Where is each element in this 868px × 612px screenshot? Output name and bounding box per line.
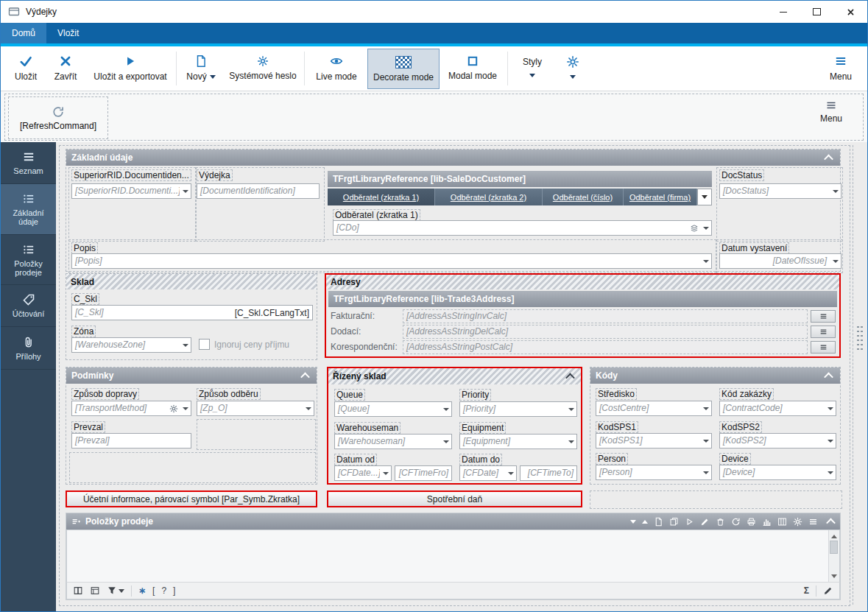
tabs-dropdown-button[interactable]	[697, 189, 712, 205]
chevron-down-icon[interactable]	[303, 401, 314, 415]
collapse-button[interactable]	[298, 369, 311, 382]
sidebar-item-polozky-prodeje[interactable]: Položky prodeje	[1, 235, 56, 285]
refresh-icon[interactable]	[731, 517, 741, 527]
sum-icon[interactable]: Σ	[804, 585, 809, 596]
form-menu-button[interactable]: Menu	[820, 99, 842, 124]
panel-icon[interactable]	[90, 585, 100, 596]
sidebar-item-zakladni-udaje[interactable]: Základní údaje	[1, 184, 56, 235]
invoice-address-menu-button[interactable]	[811, 310, 836, 323]
date-issue-combo[interactable]: [DateOfIssue]	[719, 253, 841, 269]
print-icon[interactable]	[747, 517, 756, 527]
time-to-input[interactable]: [CFTimeTo]	[520, 465, 577, 481]
ribbon-menu-button[interactable]: Menu	[820, 49, 861, 88]
date-to-combo[interactable]: [CFDate]	[459, 465, 517, 481]
stredisko-combo[interactable]: [CostCentre]	[596, 401, 712, 416]
book-columns-icon[interactable]	[73, 585, 83, 596]
styles-button[interactable]: Styly	[513, 49, 551, 88]
chevron-down-icon[interactable]	[180, 401, 191, 415]
save-button[interactable]: Uložit	[7, 49, 45, 88]
chevron-down-icon[interactable]	[180, 338, 191, 352]
chevron-down-icon[interactable]	[830, 184, 841, 198]
kodsps1-combo[interactable]: [KodSPS1]	[596, 433, 712, 449]
zakazka-combo[interactable]: [ContractCode]	[719, 401, 836, 416]
chevron-down-icon[interactable]	[505, 466, 516, 480]
vydejka-input[interactable]: [DocumentIdentification]	[197, 183, 320, 199]
tab-domu[interactable]: Domů	[1, 23, 46, 43]
superior-combo[interactable]: [SuperiorRID.Documenti...]	[71, 183, 191, 199]
edit-icon[interactable]	[700, 517, 710, 527]
modal-mode-button[interactable]: Modal mode	[442, 49, 503, 88]
zona-combo[interactable]: [WarehouseZone]	[71, 337, 191, 353]
chevron-down-icon[interactable]	[380, 466, 391, 480]
sidebar-item-seznam[interactable]: Seznam	[1, 142, 56, 184]
collapse-button[interactable]	[824, 515, 837, 528]
scroll-up-arrow[interactable]	[829, 530, 839, 540]
chart-icon[interactable]	[762, 517, 772, 527]
save-export-button[interactable]: Uložit a exportovat	[88, 49, 173, 88]
zpo-combo[interactable]: [Zp_O]	[197, 401, 314, 416]
prevzal-input[interactable]: [Prevzal]	[71, 433, 191, 449]
device-combo[interactable]: [Device]	[719, 465, 836, 480]
priority-combo[interactable]: [Priority]	[459, 401, 577, 417]
date-from-combo[interactable]: [CFDate...]	[334, 465, 392, 481]
cskl-input[interactable]: [C_Skl] [C_Skl.CFLangTxt]	[71, 305, 313, 320]
cdo-combo[interactable]: [CDo]	[333, 220, 712, 236]
chevron-down-icon[interactable]	[180, 184, 191, 198]
system-password-button[interactable]: Systémové heslo	[225, 49, 301, 88]
chevron-down-icon[interactable]	[700, 434, 711, 448]
close-button[interactable]	[834, 1, 867, 23]
tab-vlozit[interactable]: Vložit	[46, 23, 90, 43]
delivery-address-menu-button[interactable]	[811, 326, 836, 338]
live-mode-button[interactable]: Live mode	[310, 49, 363, 88]
asterisk-icon[interactable]: ∗	[138, 585, 146, 596]
chevron-down-icon[interactable]	[700, 465, 711, 479]
chevron-down-icon[interactable]	[565, 402, 576, 416]
popis-combo[interactable]: [Popis]	[71, 253, 712, 269]
collapse-button[interactable]	[822, 369, 835, 382]
settings-gear-icon[interactable]	[793, 517, 802, 527]
new-button[interactable]: Nový	[182, 49, 220, 88]
decorate-mode-button[interactable]: Decorate mode	[367, 49, 440, 89]
tab-odberatel-zkratka1[interactable]: Odběratel (zkratka 1)	[328, 189, 435, 205]
equipment-combo[interactable]: [Equipment]	[459, 434, 577, 449]
chevron-down-icon[interactable]	[440, 435, 451, 449]
question-icon[interactable]: ?	[161, 585, 166, 596]
ignore-prices-checkbox[interactable]	[199, 339, 210, 350]
time-from-input[interactable]: [CFTimeFro]	[395, 465, 452, 481]
sidebar-item-prilohy[interactable]: Přílohy	[1, 327, 56, 370]
transport-combo[interactable]: [TransportMethod]	[71, 401, 191, 416]
columns-icon[interactable]	[777, 517, 787, 527]
filter-button[interactable]	[107, 585, 124, 596]
gear-icon[interactable]	[168, 404, 180, 413]
chevron-down-icon[interactable]	[440, 402, 451, 416]
settings-gear-button[interactable]	[556, 49, 590, 88]
play-icon[interactable]	[685, 517, 694, 527]
sidebar-item-uctovani[interactable]: Účtování	[1, 285, 56, 327]
layers-icon[interactable]	[688, 224, 700, 233]
splitter-grip[interactable]	[856, 325, 864, 351]
excise-tax-button[interactable]: Spotřební daň	[327, 490, 582, 507]
mail-address-menu-button[interactable]	[811, 341, 836, 354]
bracket-close-icon[interactable]: ]	[173, 585, 175, 596]
collapse-button[interactable]	[822, 151, 835, 164]
kodsps2-combo[interactable]: [KodSPS2]	[719, 433, 836, 449]
close-doc-button[interactable]: Zavřít	[46, 49, 85, 88]
accounting-info-button[interactable]: Účetní informace, párovací symbol [Par_S…	[66, 490, 317, 507]
chevron-down-icon[interactable]	[700, 221, 711, 235]
chevron-down-icon[interactable]	[825, 401, 836, 415]
docstatus-combo[interactable]: [DocStatus]	[719, 183, 841, 199]
chevron-down-icon[interactable]	[830, 254, 841, 268]
menu-icon[interactable]	[808, 517, 818, 527]
tab-odberatel-firma[interactable]: Odběratel (firma)	[624, 189, 697, 205]
bracket-open-icon[interactable]: [	[152, 585, 155, 596]
chevron-down-icon[interactable]	[565, 435, 576, 449]
refresh-command-button[interactable]: [RefreshCommand]	[8, 96, 108, 139]
minimize-button[interactable]	[766, 1, 800, 23]
new-row-icon[interactable]	[654, 517, 663, 527]
collapse-button[interactable]	[563, 370, 576, 383]
chevron-down-icon[interactable]	[700, 254, 711, 268]
vertical-scrollbar[interactable]	[828, 530, 839, 583]
tab-odberatel-cislo[interactable]: Odběratel (číslo)	[543, 189, 624, 205]
chevron-down-icon[interactable]	[700, 401, 711, 415]
copy-row-icon[interactable]	[669, 517, 679, 527]
